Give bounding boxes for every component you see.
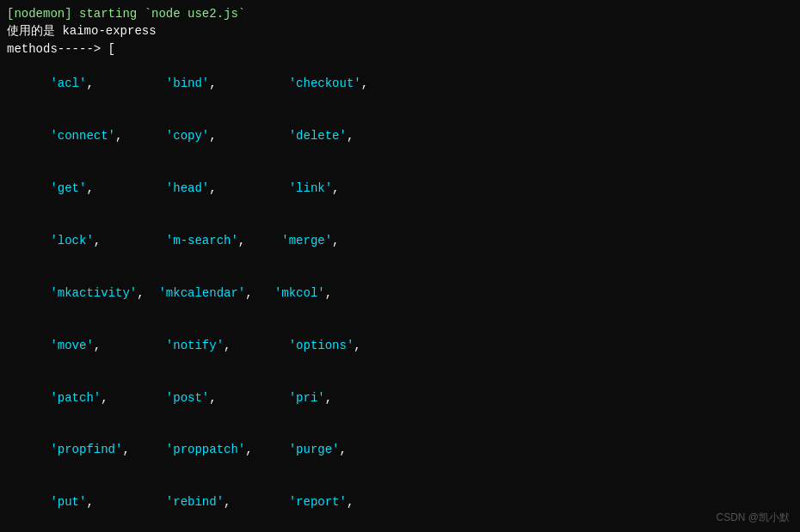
methods-row4: 'lock', 'm-search', 'merge',	[7, 215, 793, 267]
methods-row9: 'put', 'rebind', 'report',	[7, 476, 793, 529]
methods-row5: 'mkactivity', 'mkcalendar', 'mkcol',	[7, 266, 793, 319]
methods-row6: 'move', 'notify', 'options',	[7, 319, 793, 371]
methods-row2: 'connect', 'copy', 'delete',	[7, 110, 793, 162]
methods-header-line: methods-----> [	[7, 40, 793, 58]
methods-row8: 'propfind', 'proppatch', 'purge',	[7, 424, 793, 476]
methods-row10: 'search', 'source', 'subscribe',	[7, 529, 793, 532]
methods-row1: 'acl', 'bind', 'checkout',	[7, 58, 793, 110]
methods-row3: 'get', 'head', 'link',	[7, 162, 793, 215]
using-label-line: 使用的是 kaimo-express	[7, 22, 793, 40]
nodemon-line: [nodemon] starting `node use2.js`	[7, 5, 793, 22]
methods-row7: 'patch', 'post', 'pri',	[7, 371, 793, 424]
watermark: CSDN @凯小默	[716, 511, 790, 525]
terminal: [nodemon] starting `node use2.js` 使用的是 k…	[0, 0, 800, 532]
